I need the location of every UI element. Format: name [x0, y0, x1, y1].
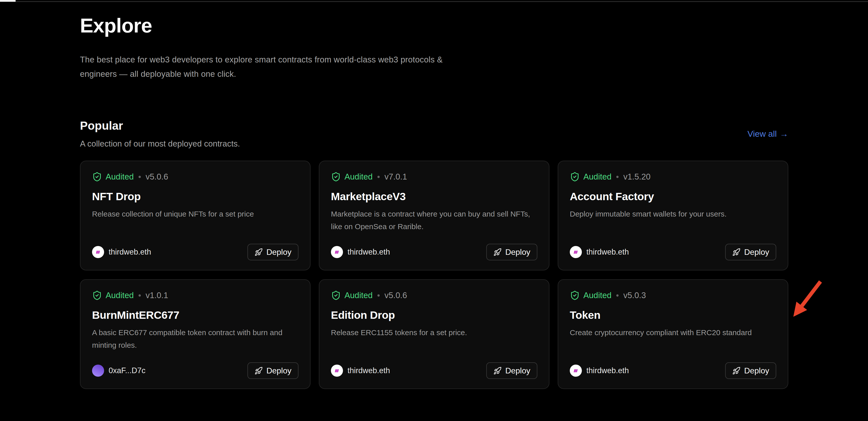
card-footer: thirdweb.eth Deploy	[570, 362, 776, 379]
card-footer: thirdweb.eth Deploy	[570, 244, 776, 260]
rocket-icon	[254, 367, 263, 375]
deploy-label: Deploy	[505, 248, 530, 257]
dot-separator	[138, 294, 141, 297]
audited-badge: Audited	[105, 172, 134, 181]
thirdweb-logo-icon	[572, 249, 579, 255]
deploy-button[interactable]: Deploy	[486, 362, 537, 379]
publisher[interactable]: thirdweb.eth	[570, 365, 629, 377]
version-label: v5.0.3	[623, 290, 646, 300]
thirdweb-logo-icon	[572, 368, 579, 374]
contracts-grid: Audited v5.0.6 NFT Drop Release collecti…	[80, 161, 788, 389]
publisher-avatar	[570, 246, 582, 258]
deploy-button[interactable]: Deploy	[247, 362, 299, 379]
shield-check-icon	[331, 290, 341, 300]
contract-description: A basic ERC677 compatible token contract…	[92, 326, 299, 352]
publisher-name: thirdweb.eth	[347, 366, 390, 375]
contract-card[interactable]: Audited v5.0.6 NFT Drop Release collecti…	[80, 161, 311, 271]
version-label: v5.0.6	[384, 290, 407, 300]
deploy-label: Deploy	[744, 366, 769, 375]
publisher[interactable]: thirdweb.eth	[92, 246, 151, 258]
deploy-label: Deploy	[505, 366, 530, 375]
rocket-icon	[732, 367, 741, 375]
contract-description: Create cryptocurrency compliant with ERC…	[570, 326, 776, 339]
contract-title[interactable]: BurnMintERC677	[92, 309, 299, 321]
contract-card[interactable]: Audited v1.0.1 BurnMintERC677 A basic ER…	[80, 279, 311, 389]
contract-title[interactable]: NFT Drop	[92, 190, 299, 203]
contract-card[interactable]: Audited v5.0.3 Token Create cryptocurren…	[558, 279, 788, 389]
popular-heading: Popular	[80, 119, 788, 133]
contract-description: Marketplace is a contract where you can …	[331, 208, 537, 233]
rocket-icon	[493, 248, 502, 256]
deploy-label: Deploy	[266, 248, 291, 257]
publisher-avatar	[92, 246, 104, 258]
thirdweb-logo-icon	[334, 368, 340, 374]
publisher-name: thirdweb.eth	[586, 366, 629, 375]
dot-separator	[138, 176, 141, 178]
page-title: Explore	[80, 15, 788, 37]
badge-row: Audited v1.5.20	[570, 172, 776, 182]
contract-description: Deploy immutable smart wallets for your …	[570, 208, 776, 220]
publisher-name: thirdweb.eth	[586, 248, 629, 257]
version-label: v1.0.1	[146, 290, 168, 300]
badge-row: Audited v7.0.1	[331, 172, 537, 182]
publisher-name: thirdweb.eth	[108, 248, 151, 257]
deploy-label: Deploy	[744, 248, 769, 257]
view-all-link[interactable]: View all →	[747, 129, 788, 139]
contract-title[interactable]: Edition Drop	[331, 309, 537, 321]
card-footer: 0xaF...D7c Deploy	[92, 362, 299, 379]
badge-row: Audited v1.0.1	[92, 290, 299, 300]
badge-row: Audited v5.0.3	[570, 290, 776, 300]
publisher-name: 0xaF...D7c	[108, 366, 145, 375]
card-footer: thirdweb.eth Deploy	[331, 362, 537, 379]
deploy-button[interactable]: Deploy	[486, 244, 537, 260]
publisher-name: thirdweb.eth	[347, 248, 390, 257]
contract-card[interactable]: Audited v7.0.1 MarketplaceV3 Marketplace…	[319, 161, 550, 271]
audited-badge: Audited	[583, 172, 612, 181]
top-left-sliver	[0, 0, 16, 2]
annotation-arrow	[784, 276, 827, 321]
popular-subheading: A collection of our most deployed contra…	[80, 139, 788, 148]
rocket-icon	[732, 248, 741, 256]
contract-title[interactable]: Token	[570, 309, 776, 321]
deploy-button[interactable]: Deploy	[247, 244, 299, 260]
deploy-button[interactable]: Deploy	[725, 362, 776, 379]
publisher-avatar	[92, 365, 104, 377]
rocket-icon	[254, 248, 263, 256]
dot-separator	[377, 294, 380, 297]
audited-badge: Audited	[583, 290, 612, 300]
version-label: v7.0.1	[384, 172, 407, 181]
publisher[interactable]: 0xaF...D7c	[92, 365, 145, 377]
thirdweb-logo-icon	[334, 249, 340, 255]
card-footer: thirdweb.eth Deploy	[331, 244, 537, 260]
contract-card[interactable]: Audited v1.5.20 Account Factory Deploy i…	[558, 161, 788, 271]
contract-description: Release ERC1155 tokens for a set price.	[331, 326, 537, 339]
contract-card[interactable]: Audited v5.0.6 Edition Drop Release ERC1…	[319, 279, 550, 389]
version-label: v1.5.20	[623, 172, 651, 181]
right-arrow-icon: →	[780, 129, 788, 139]
page-subtitle: The best place for web3 developers to ex…	[80, 52, 462, 81]
thirdweb-logo-icon	[95, 249, 101, 255]
dot-separator	[377, 176, 380, 178]
shield-check-icon	[92, 172, 102, 182]
shield-check-icon	[331, 172, 341, 182]
contract-title[interactable]: Account Factory	[570, 190, 776, 203]
contract-description: Release collection of unique NFTs for a …	[92, 208, 299, 220]
publisher[interactable]: thirdweb.eth	[331, 246, 390, 258]
shield-check-icon	[570, 290, 580, 300]
explore-page: Explore The best place for web3 develope…	[80, 0, 788, 389]
version-label: v5.0.6	[146, 172, 168, 181]
publisher[interactable]: thirdweb.eth	[331, 365, 390, 377]
dot-separator	[616, 294, 619, 297]
view-all-label: View all	[747, 129, 777, 139]
audited-badge: Audited	[344, 172, 373, 181]
publisher-avatar	[331, 246, 343, 258]
publisher[interactable]: thirdweb.eth	[570, 246, 629, 258]
deploy-button[interactable]: Deploy	[725, 244, 776, 260]
dot-separator	[616, 176, 619, 178]
publisher-avatar	[570, 365, 582, 377]
badge-row: Audited v5.0.6	[331, 290, 537, 300]
shield-check-icon	[92, 290, 102, 300]
card-footer: thirdweb.eth Deploy	[92, 244, 299, 260]
contract-title[interactable]: MarketplaceV3	[331, 190, 537, 203]
badge-row: Audited v5.0.6	[92, 172, 299, 182]
